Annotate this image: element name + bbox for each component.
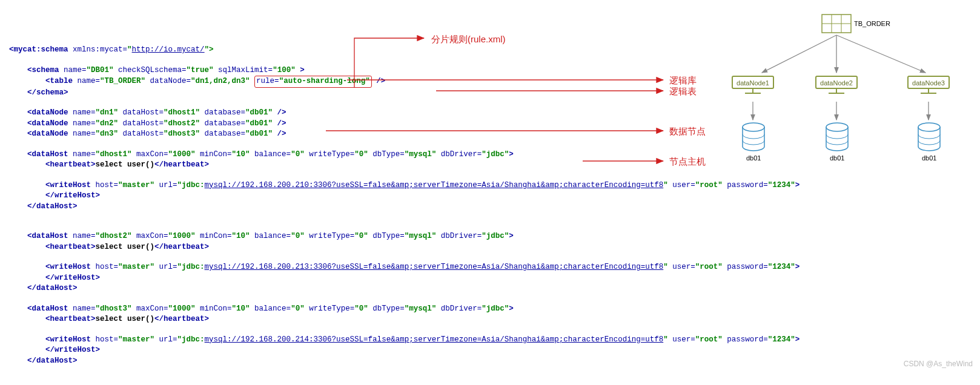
datahost3-close: </dataHost> <box>27 356 971 367</box>
topology-diagram: TB_ORDER dataNode1 dataNode2 dataNode3 d… <box>720 6 974 173</box>
datanode3-box: dataNode3 <box>907 76 950 89</box>
db01-label-3: db01 <box>922 154 936 163</box>
svg-line-4 <box>762 35 836 73</box>
rule-attr: rule="auto-sharding-long" <box>254 76 372 88</box>
writehost3: <writeHost host="master" url="jdbc:mysql… <box>45 335 971 346</box>
datahost2-open: <dataHost name="dhost2" maxCon="1000" mi… <box>27 231 971 242</box>
db01-icon-2 <box>825 122 849 153</box>
heartbeat3: <heartbeat>select user()</heartbeat> <box>45 314 971 325</box>
xmlns-link[interactable]: http://io.mycat/ <box>132 45 205 54</box>
db01-icon-1 <box>741 122 766 153</box>
db01-icon-3 <box>917 122 941 153</box>
writehost1-close: </writeHost> <box>45 191 971 202</box>
datahost3-open: <dataHost name="dhost3" maxCon="1000" mi… <box>27 304 971 315</box>
writehost1: <writeHost host="master" url="jdbc:mysql… <box>45 180 971 191</box>
datahost2-close: </dataHost> <box>27 283 971 294</box>
db01-label-1: db01 <box>746 154 761 163</box>
watermark: CSDN @As_theWind <box>904 359 973 369</box>
db01-label-2: db01 <box>830 154 844 163</box>
heartbeat2: <heartbeat>select user()</heartbeat> <box>45 242 971 253</box>
svg-point-11 <box>826 123 848 131</box>
datanode1-box: dataNode1 <box>732 76 774 89</box>
svg-point-12 <box>918 123 940 131</box>
writehost2-close: </writeHost> <box>45 273 971 284</box>
svg-point-10 <box>743 123 764 131</box>
svg-line-6 <box>836 35 925 73</box>
datanode2-box: dataNode2 <box>815 76 858 89</box>
writehost2: <writeHost host="master" url="jdbc:mysql… <box>45 262 971 273</box>
writehost3-close: </writeHost> <box>45 345 971 356</box>
datahost1-close: </dataHost> <box>27 202 971 212</box>
